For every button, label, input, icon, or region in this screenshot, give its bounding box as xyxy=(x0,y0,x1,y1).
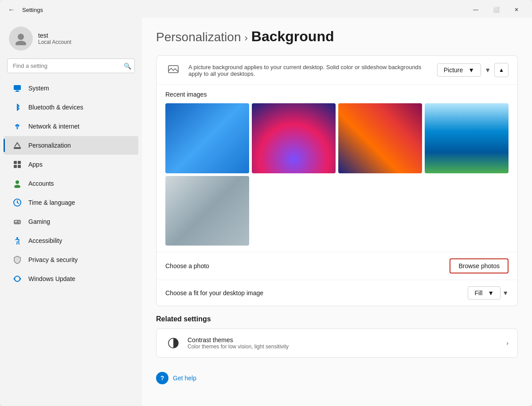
titlebar: ← Settings — ⬜ ✕ xyxy=(0,0,532,18)
sidebar-item-time[interactable]: Time & language xyxy=(4,193,138,212)
main-content: test Local Account 🔍 xyxy=(0,18,532,406)
sidebar-item-gaming-label: Gaming xyxy=(28,218,50,225)
sidebar-item-network[interactable]: Network & internet xyxy=(4,117,138,136)
thumbnail-3[interactable] xyxy=(338,103,422,173)
recent-images-label: Recent images xyxy=(165,91,509,98)
svg-point-19 xyxy=(16,237,18,239)
thumbnail-4[interactable] xyxy=(425,103,509,173)
svg-marker-20 xyxy=(20,277,21,280)
sidebar-item-system-label: System xyxy=(28,85,49,92)
sidebar-item-accessibility[interactable]: Accessibility xyxy=(4,231,138,250)
content-inner: Personalization › Background xyxy=(142,18,532,395)
contrast-description: Color themes for low vision, light sensi… xyxy=(188,344,289,350)
sidebar-item-apps[interactable]: Apps xyxy=(4,155,138,174)
time-icon xyxy=(12,198,22,207)
thumbnail-5[interactable] xyxy=(165,176,249,246)
contrast-themes-row[interactable]: Contrast themes Color themes for low vis… xyxy=(156,329,517,357)
background-desc-text: A picture background applies to your cur… xyxy=(188,64,430,77)
back-button[interactable]: ← xyxy=(5,5,18,15)
browse-photos-button[interactable]: Browse photos xyxy=(450,258,509,273)
thumbnail-1[interactable] xyxy=(165,103,249,173)
related-settings-title: Related settings xyxy=(156,315,518,323)
svg-rect-8 xyxy=(18,161,21,164)
user-section: test Local Account xyxy=(0,22,142,59)
svg-marker-21 xyxy=(13,277,15,280)
user-account-type: Local Account xyxy=(38,39,71,45)
minimize-button[interactable]: — xyxy=(466,3,486,17)
maximize-button[interactable]: ⬜ xyxy=(486,3,506,17)
svg-rect-3 xyxy=(16,90,19,91)
network-icon xyxy=(12,121,22,131)
sidebar-item-bluetooth[interactable]: Bluetooth & devices xyxy=(4,98,138,117)
svg-point-18 xyxy=(19,222,20,223)
svg-rect-2 xyxy=(14,85,21,90)
sidebar-item-time-label: Time & language xyxy=(28,199,75,206)
svg-rect-10 xyxy=(18,165,21,168)
images-grid-row2 xyxy=(165,176,509,246)
sidebar-item-privacy[interactable]: Privacy & security xyxy=(4,250,138,269)
background-type-icon xyxy=(165,62,181,78)
sidebar-item-accessibility-label: Accessibility xyxy=(28,237,62,244)
background-type-row: A picture background applies to your cur… xyxy=(156,56,517,85)
search-input[interactable] xyxy=(7,59,135,73)
accessibility-icon xyxy=(12,236,22,246)
svg-point-17 xyxy=(18,221,19,222)
get-help-row[interactable]: ? Get help xyxy=(156,365,518,384)
svg-rect-6 xyxy=(14,147,21,149)
close-button[interactable]: ✕ xyxy=(506,3,527,17)
sidebar-item-apps-label: Apps xyxy=(28,161,43,168)
sidebar: test Local Account 🔍 xyxy=(0,18,142,406)
svg-point-0 xyxy=(18,34,24,40)
sidebar-item-personalization[interactable]: Personalization xyxy=(4,136,138,155)
sidebar-item-personalization-label: Personalization xyxy=(28,142,71,149)
sidebar-item-accounts[interactable]: Accounts xyxy=(4,174,138,193)
titlebar-controls: — ⬜ ✕ xyxy=(466,3,527,17)
contrast-left: Contrast themes Color themes for low vis… xyxy=(165,335,289,351)
svg-rect-7 xyxy=(14,161,17,164)
choose-photo-row: Choose a photo Browse photos xyxy=(156,252,517,280)
sidebar-item-network-label: Network & internet xyxy=(28,123,79,130)
contrast-chevron-right-icon: › xyxy=(506,340,509,347)
breadcrumb-parent: Personalization xyxy=(156,30,241,44)
thumbnail-2[interactable] xyxy=(252,103,336,173)
apps-icon xyxy=(12,160,22,169)
fit-chevron-icon: ▼ xyxy=(502,289,509,297)
bluetooth-icon xyxy=(12,102,22,112)
chevron-down-icon: ▼ xyxy=(485,66,491,74)
search-box: 🔍 xyxy=(7,59,135,73)
background-type-action: Picture ▼ ▼ ▲ xyxy=(437,63,509,77)
accounts-icon xyxy=(12,179,22,188)
breadcrumb-current: Background xyxy=(251,28,334,45)
avatar xyxy=(9,27,33,51)
svg-point-1 xyxy=(16,41,26,45)
fit-dropdown-container: Fill ▼ ▼ xyxy=(468,286,509,300)
get-help-icon: ? xyxy=(156,372,168,384)
background-type-card: A picture background applies to your cur… xyxy=(156,55,518,306)
background-description: A picture background applies to your cur… xyxy=(188,63,430,77)
svg-point-12 xyxy=(14,185,20,188)
contrast-icon xyxy=(165,335,181,351)
personalization-icon xyxy=(12,141,22,150)
window-title: Settings xyxy=(22,7,43,13)
svg-rect-4 xyxy=(15,91,20,92)
sidebar-item-update[interactable]: Windows Update xyxy=(4,269,138,288)
user-info: test Local Account xyxy=(38,32,71,45)
svg-point-5 xyxy=(17,128,18,129)
background-type-dropdown[interactable]: Picture ▼ xyxy=(437,63,481,77)
fit-dropdown[interactable]: Fill ▼ xyxy=(468,286,501,300)
system-icon xyxy=(12,83,22,93)
desktop-fit-row: Choose a fit for your desktop image Fill… xyxy=(156,280,517,306)
sidebar-item-accounts-label: Accounts xyxy=(28,180,54,187)
svg-point-11 xyxy=(16,180,19,184)
sidebar-item-bluetooth-label: Bluetooth & devices xyxy=(28,104,83,111)
search-icon[interactable]: 🔍 xyxy=(124,62,131,70)
desktop-fit-label: Choose a fit for your desktop image xyxy=(165,289,263,297)
sidebar-item-system[interactable]: System xyxy=(4,79,138,98)
svg-rect-9 xyxy=(14,165,17,168)
sidebar-item-gaming[interactable]: Gaming xyxy=(4,212,138,231)
get-help-link[interactable]: Get help xyxy=(173,375,196,382)
titlebar-left: ← Settings xyxy=(5,5,43,15)
collapse-button[interactable]: ▲ xyxy=(494,63,509,77)
gaming-icon xyxy=(12,217,22,226)
content-area: Personalization › Background xyxy=(142,18,532,406)
